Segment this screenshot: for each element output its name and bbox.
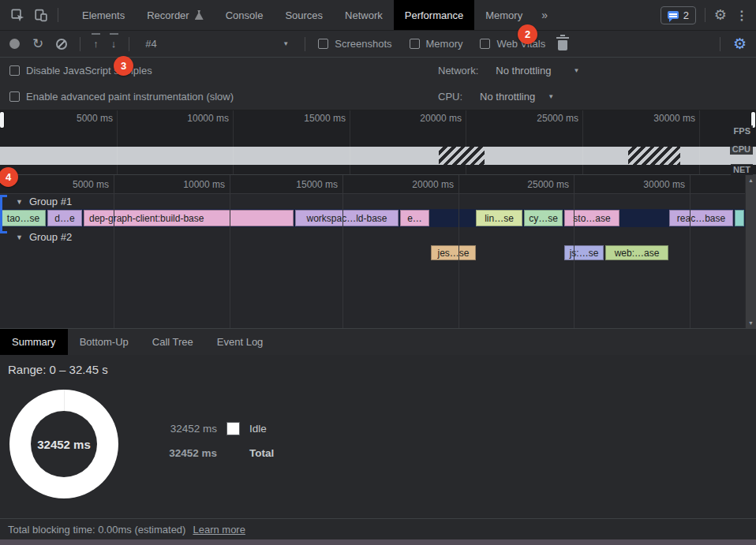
group-header-group-1[interactable]: ▼Group #1 bbox=[0, 194, 745, 209]
tab-label: Elements bbox=[82, 9, 125, 21]
load-profile-icon[interactable]: ↑ bbox=[93, 40, 99, 48]
chevron-down-icon[interactable]: ▼ bbox=[548, 93, 554, 100]
lane-label-cpu: CPU bbox=[730, 144, 753, 155]
tab-label: Memory bbox=[485, 9, 522, 21]
summary-legend: 32452 msIdle32452 msTotal bbox=[154, 422, 274, 460]
flame-bar[interactable]: jes…se bbox=[431, 245, 476, 260]
memory-checkbox[interactable]: Memory bbox=[410, 38, 463, 50]
option-row-paint: Enable advanced paint instrumentation (s… bbox=[0, 84, 756, 110]
tab-sources[interactable]: Sources bbox=[274, 0, 334, 30]
record-button[interactable] bbox=[9, 39, 20, 49]
bar bbox=[110, 33, 118, 35]
overview-gridline bbox=[582, 110, 583, 174]
overview-tick-label: 10000 ms bbox=[187, 113, 229, 124]
tab-performance[interactable]: Performance bbox=[394, 0, 474, 30]
up-arrow-icon: ↑ bbox=[93, 40, 99, 48]
screenshots-checkbox[interactable]: Screenshots bbox=[318, 38, 391, 50]
lane-label-fps: FPS bbox=[732, 125, 753, 136]
issues-counter[interactable]: 2 bbox=[661, 6, 696, 24]
overview-left-handle[interactable] bbox=[0, 112, 4, 128]
network-throttle-value[interactable]: No throttling bbox=[496, 65, 551, 77]
inspect-element-icon[interactable] bbox=[11, 9, 24, 22]
detail-tab-call-tree[interactable]: Call Tree bbox=[140, 329, 205, 355]
flame-bar[interactable]: e… bbox=[400, 210, 429, 226]
scroll-up-icon[interactable]: ▲ bbox=[748, 175, 754, 185]
flame-tick-label: 5000 ms bbox=[73, 179, 109, 190]
settings-gear-icon[interactable]: ⚙ bbox=[714, 8, 727, 22]
save-profile-icon[interactable]: ↓ bbox=[111, 40, 117, 48]
legend-value: 32452 ms bbox=[154, 423, 217, 435]
details-tabbar: SummaryBottom-UpCall TreeEvent Log bbox=[0, 328, 756, 355]
checkbox-label: Enable advanced paint instrumentation (s… bbox=[26, 91, 234, 103]
capture-settings-gear-icon[interactable]: ⚙ bbox=[733, 36, 747, 51]
flame-bar[interactable]: js:…se bbox=[564, 245, 604, 260]
scroll-down-icon[interactable]: ▼ bbox=[748, 318, 754, 328]
overview-gridline bbox=[233, 110, 234, 174]
flame-bar[interactable]: tao…se bbox=[1, 210, 46, 226]
more-tabs-icon[interactable]: » bbox=[533, 9, 556, 21]
divider bbox=[305, 37, 305, 51]
down-arrow-icon: ↓ bbox=[111, 40, 117, 48]
network-throttling-control: Network: No throttling ▼ bbox=[438, 65, 579, 77]
flame-bar[interactable] bbox=[735, 210, 744, 226]
tab-label: Recorder bbox=[147, 9, 189, 21]
step-badge-2: 2 bbox=[518, 24, 537, 44]
detail-tab-summary[interactable]: Summary bbox=[0, 329, 68, 355]
overview-tick-label: 20000 ms bbox=[420, 113, 462, 124]
delete-recording-icon[interactable] bbox=[558, 40, 567, 50]
flame-bar[interactable]: sto…ase bbox=[564, 210, 619, 226]
session-history-select[interactable]: #4 ▼ bbox=[142, 35, 292, 52]
group-header-group-2[interactable]: ▼Group #2 bbox=[0, 230, 745, 245]
advanced-paint-checkbox[interactable]: Enable advanced paint instrumentation (s… bbox=[9, 91, 234, 103]
learn-more-link[interactable]: Learn more bbox=[193, 524, 245, 536]
flame-bar[interactable]: lin…se bbox=[476, 210, 522, 226]
tab-recorder[interactable]: Recorder bbox=[136, 0, 214, 30]
cpu-throttle-label: CPU: bbox=[438, 91, 462, 103]
legend-swatch bbox=[226, 422, 240, 435]
flame-bar[interactable]: cy…se bbox=[524, 210, 563, 226]
flame-tick-label: 10000 ms bbox=[183, 179, 225, 190]
divider bbox=[720, 37, 720, 51]
flame-chart[interactable]: 5000 ms10000 ms15000 ms20000 ms25000 ms3… bbox=[0, 175, 756, 328]
cpu-idle-hatch bbox=[628, 147, 680, 165]
tab-elements[interactable]: Elements bbox=[71, 0, 136, 30]
reload-and-record-icon[interactable]: ↻ bbox=[32, 37, 43, 50]
toolbar-checkboxes: ScreenshotsMemoryWeb Vitals bbox=[318, 38, 545, 50]
timeline-overview[interactable]: 5000 ms10000 ms15000 ms20000 ms25000 ms3… bbox=[0, 110, 756, 175]
detail-tab-bottom-up[interactable]: Bottom-Up bbox=[68, 329, 140, 355]
flask-icon bbox=[195, 10, 204, 20]
flame-ruler: 5000 ms10000 ms15000 ms20000 ms25000 ms3… bbox=[0, 175, 745, 194]
flame-bar[interactable]: workspac…ld-base bbox=[295, 210, 399, 226]
divider bbox=[129, 37, 129, 51]
device-toolbar-icon[interactable] bbox=[34, 9, 48, 22]
flame-bar[interactable]: web:…ase bbox=[605, 245, 668, 260]
clear-recording-icon[interactable] bbox=[56, 39, 67, 50]
overview-tick-label: 25000 ms bbox=[537, 113, 578, 124]
tab-network[interactable]: Network bbox=[334, 0, 394, 30]
overview-tick-label: 30000 ms bbox=[653, 113, 695, 124]
flame-bar[interactable]: reac…base bbox=[669, 210, 733, 226]
devtools-window: ElementsRecorderConsoleSourcesNetworkPer… bbox=[0, 0, 756, 545]
vertical-scrollbar[interactable]: ▲ ▼ bbox=[745, 175, 756, 328]
legend-row-idle: 32452 msIdle bbox=[154, 422, 274, 435]
cpu-throttle-value[interactable]: No throttling bbox=[480, 91, 535, 103]
chat-bubble-icon bbox=[668, 11, 679, 19]
group-track-2: jes…sejs:…seweb:…ase bbox=[0, 245, 745, 261]
more-options-icon[interactable]: ⋮ bbox=[735, 8, 748, 23]
summary-pane: Range: 0 – 32.45 s 32452 ms 32452 msIdle… bbox=[0, 355, 756, 518]
flame-bar[interactable]: dep-graph-client:build-base bbox=[84, 210, 294, 226]
option-row-js-samples: Disable JavaScript samples Network: No t… bbox=[0, 58, 756, 84]
tab-label: Network bbox=[345, 9, 383, 21]
tab-console[interactable]: Console bbox=[215, 0, 275, 30]
chevron-down-icon[interactable]: ▼ bbox=[573, 67, 579, 74]
detail-tab-event-log[interactable]: Event Log bbox=[205, 329, 275, 355]
checkbox-box bbox=[410, 39, 420, 49]
checkbox-box bbox=[480, 39, 490, 49]
flame-bar[interactable]: d…e bbox=[47, 210, 82, 226]
performance-toolbar: ↻ ↑ ↓ #4 ▼ ScreenshotsMemoryWeb Vitals ⚙ bbox=[0, 31, 756, 58]
checkbox-label: Memory bbox=[426, 38, 463, 50]
bar bbox=[92, 33, 100, 35]
step-badge-3: 3 bbox=[114, 56, 133, 76]
divider bbox=[58, 8, 58, 22]
collapse-triangle-icon: ▼ bbox=[16, 198, 23, 206]
